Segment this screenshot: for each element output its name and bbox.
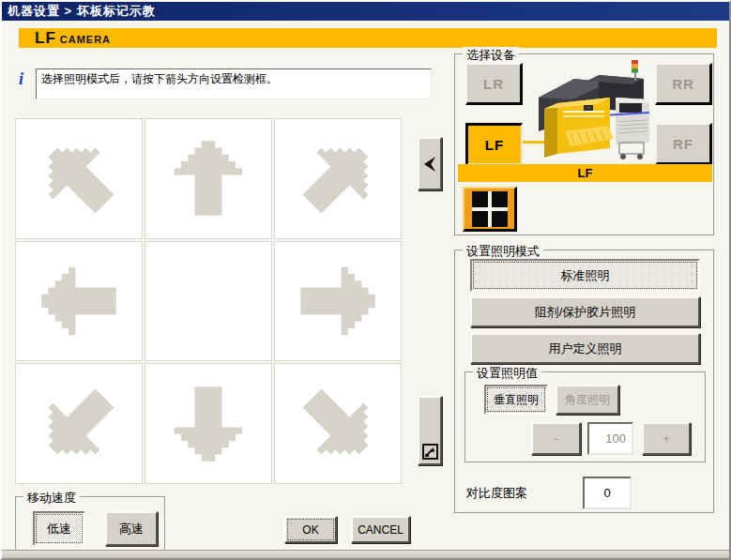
vertical-lighting-text: 垂直照明 [494, 392, 539, 408]
value-decrement-button[interactable]: - [531, 422, 581, 455]
device-select-group: 选择设备 LR RR LF RF [454, 53, 714, 235]
resist-lighting-text: 阻剂/保护胶片照明 [535, 304, 636, 321]
camera-id-label: LF [35, 29, 56, 48]
set-frame-icon [422, 444, 438, 460]
smt-machine-image [525, 60, 653, 161]
user-lighting-button[interactable]: 用户定义照明 [470, 333, 700, 364]
jog-right-button[interactable] [274, 241, 402, 362]
jog-down-button[interactable] [145, 363, 272, 484]
up-left-arrow-icon [18, 118, 140, 239]
lighting-mode-label: 设置照明模式 [463, 243, 543, 260]
jog-up-button[interactable] [145, 118, 272, 239]
lighting-value-field[interactable]: 100 [587, 422, 633, 455]
lighting-value-group: 设置照明值 垂直照明 角度照明 - 100 + [464, 371, 706, 462]
move-speed-group: 移动速度 低速 高速 [15, 496, 165, 551]
device-lr-text: LR [483, 76, 504, 92]
device-lf-text: LF [485, 137, 504, 153]
jog-left-button[interactable] [15, 241, 143, 362]
plus-icon: + [662, 431, 670, 446]
device-rf-button[interactable]: RF [655, 123, 712, 165]
low-speed-text: 低速 [47, 521, 71, 537]
device-lf-button[interactable]: LF [465, 123, 523, 165]
jog-up-right-button[interactable] [274, 118, 402, 239]
device-rr-button[interactable]: RR [655, 63, 712, 105]
left-arrowhead-icon [422, 156, 437, 173]
contrast-pattern-field[interactable]: 0 [583, 477, 632, 509]
camera-header: LF CAMERA [19, 28, 717, 48]
device-lr-button[interactable]: LR [465, 63, 523, 105]
angle-lighting-text: 角度照明 [565, 392, 610, 408]
set-frame-button[interactable] [418, 396, 442, 465]
ok-button[interactable]: OK [284, 516, 337, 543]
down-right-arrow-icon [277, 363, 399, 484]
right-arrow-icon [294, 257, 382, 345]
fiducial-mark-button[interactable] [463, 187, 517, 232]
window-title: 机器设置 > 坏板标记示教 [8, 4, 156, 18]
move-speed-label: 移动速度 [23, 490, 80, 507]
down-arrow-icon [164, 380, 252, 468]
dialog-window: 机器设置 > 坏板标记示教 LF CAMERA i 选择照明模式后，请按下箭头方… [0, 0, 731, 560]
jog-down-left-button[interactable] [15, 363, 143, 484]
resist-lighting-button[interactable]: 阻剂/保护胶片照明 [470, 296, 700, 327]
jog-down-right-button[interactable] [274, 363, 402, 484]
high-speed-text: 高速 [119, 521, 144, 537]
contrast-pattern-value: 0 [603, 486, 610, 500]
high-speed-button[interactable]: 高速 [105, 511, 158, 546]
left-arrow-icon [35, 257, 123, 345]
title-bar: 机器设置 > 坏板标记示教 [2, 2, 729, 21]
collapse-panel-button[interactable] [418, 137, 442, 190]
up-arrow-icon [164, 134, 252, 222]
camera-word-label: CAMERA [60, 34, 111, 45]
user-lighting-text: 用户定义照明 [549, 341, 622, 357]
up-right-arrow-icon [277, 118, 399, 239]
ok-text: OK [302, 523, 318, 537]
selected-device-text: LF [578, 166, 593, 180]
info-message: 选择照明模式后，请按下箭头方向设置检测框。 [41, 72, 278, 85]
info-icon: i [19, 69, 32, 88]
device-rf-text: RF [673, 136, 693, 152]
down-left-arrow-icon [18, 363, 140, 484]
device-rr-text: RR [672, 76, 694, 92]
window-bottom-frame [2, 550, 729, 560]
cancel-text: CANCEL [358, 523, 404, 537]
low-speed-button[interactable]: 低速 [33, 511, 85, 546]
vertical-lighting-button[interactable]: 垂直照明 [484, 385, 548, 415]
jog-up-left-button[interactable] [15, 118, 143, 239]
jog-center-cell [145, 241, 272, 362]
lighting-value-label: 设置照明值 [473, 365, 541, 382]
minus-icon: - [554, 431, 557, 446]
selected-device-bar: LF [458, 164, 712, 182]
value-increment-button[interactable]: + [642, 422, 691, 455]
device-select-label: 选择设备 [463, 47, 519, 64]
standard-lighting-button[interactable]: 标准照明 [470, 259, 700, 292]
fiducial-mark-icon [472, 191, 508, 227]
cancel-button[interactable]: CANCEL [351, 516, 410, 543]
contrast-pattern-label: 对比度图案 [466, 485, 527, 502]
lighting-mode-group: 设置照明模式 标准照明 阻剂/保护胶片照明 用户定义照明 设置照明值 垂直照明 … [454, 250, 714, 513]
lighting-value-text: 100 [605, 431, 626, 446]
standard-lighting-text: 标准照明 [561, 267, 610, 284]
jog-arrow-pad [15, 118, 402, 484]
angle-lighting-button[interactable]: 角度照明 [556, 385, 619, 415]
info-message-box: 选择照明模式后，请按下箭头方向设置检测框。 [36, 68, 432, 99]
